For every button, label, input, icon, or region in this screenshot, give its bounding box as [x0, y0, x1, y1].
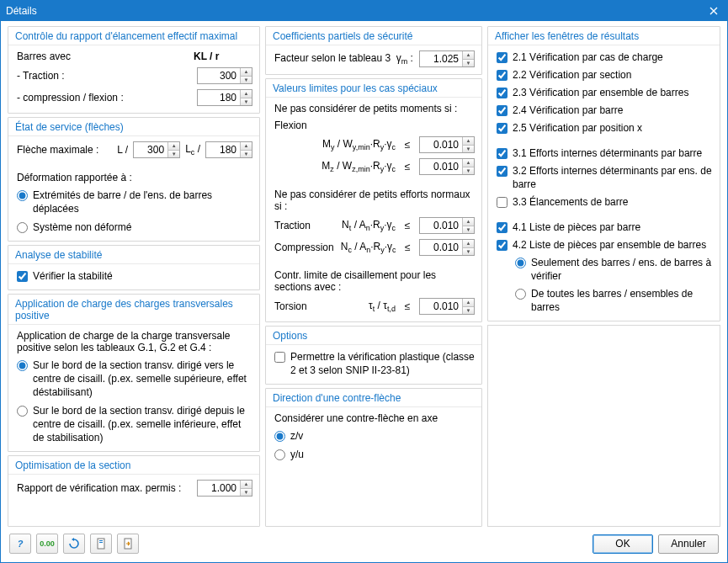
radio-deform-2[interactable]: Système non déformé	[17, 220, 252, 234]
radio-load-1[interactable]: Sur le bord de la section transv. dirigé…	[17, 359, 252, 399]
checkbox-input[interactable]	[497, 197, 507, 208]
Lc-spinner[interactable]: ▲▼	[205, 141, 252, 158]
gamma-spinner[interactable]: ▲▼	[419, 50, 475, 67]
checkbox-input[interactable]	[274, 352, 285, 363]
spin-up-icon[interactable]: ▲	[241, 142, 252, 151]
spin-down-icon[interactable]: ▼	[241, 98, 252, 106]
check-22[interactable]: 2.2 Vérification par section	[497, 68, 713, 82]
radio-camber-yu[interactable]: y/u	[274, 448, 475, 461]
radio-all-members[interactable]: De toutes les barres / ensembles de barr…	[515, 287, 713, 314]
mz-input[interactable]	[420, 159, 462, 174]
tool-5-button[interactable]	[117, 534, 139, 554]
checkbox-input[interactable]	[497, 105, 507, 116]
spin-up-icon[interactable]: ▲	[463, 51, 474, 60]
tau-input[interactable]	[420, 299, 462, 314]
checkbox-input[interactable]	[497, 148, 507, 159]
radio-input[interactable]	[17, 222, 28, 233]
mz-spinner[interactable]: ▲▼	[419, 158, 475, 175]
window-title: Détails	[6, 5, 37, 17]
spin-down-icon[interactable]: ▼	[463, 146, 474, 153]
check-31[interactable]: 3.1 Efforts internes déterminants par ba…	[497, 146, 713, 160]
spin-up-icon[interactable]: ▲	[241, 481, 252, 489]
radio-input[interactable]	[515, 258, 526, 268]
traction-spinner[interactable]: ▲▼	[197, 67, 252, 84]
nc-spinner[interactable]: ▲▼	[419, 239, 475, 256]
spin-down-icon[interactable]: ▼	[168, 151, 179, 158]
checkbox-input[interactable]	[497, 88, 507, 98]
radio-input[interactable]	[17, 360, 28, 371]
check-23[interactable]: 2.3 Vérification par ensemble de barres	[497, 86, 713, 99]
group-header: Application de charge des charges transv…	[8, 295, 259, 325]
checkbox-input[interactable]	[497, 123, 507, 134]
check-21[interactable]: 2.1 Vérification par cas de charge	[497, 50, 713, 64]
radio-input[interactable]	[274, 431, 285, 442]
spin-down-icon[interactable]: ▼	[463, 60, 474, 67]
cancel-button[interactable]: Annuler	[658, 534, 719, 554]
spin-up-icon[interactable]: ▲	[463, 159, 474, 167]
gamma-input[interactable]	[420, 51, 462, 66]
help-button[interactable]: ?	[9, 534, 31, 554]
radio-input[interactable]	[17, 190, 28, 201]
traction-input[interactable]	[198, 68, 240, 83]
check-plastic[interactable]: Permettre la vérification plastique (cla…	[274, 350, 475, 377]
radio-load-2[interactable]: Sur le bord de la section transv. dirigé…	[17, 404, 252, 444]
check-42[interactable]: 4.2 Liste de pièces par ensemble de barr…	[497, 238, 713, 252]
check-33[interactable]: 3.3 Élancements de barre	[497, 195, 713, 209]
checkbox-input[interactable]	[497, 166, 507, 177]
checkbox-input[interactable]	[497, 240, 507, 251]
label-compflex: - compression / flexion :	[17, 92, 192, 104]
spin-up-icon[interactable]: ▲	[463, 240, 474, 248]
spin-up-icon[interactable]: ▲	[241, 90, 252, 98]
check-32[interactable]: 3.2 Efforts internes déterminants par en…	[497, 164, 713, 191]
Lc-input[interactable]	[206, 142, 240, 157]
spin-down-icon[interactable]: ▼	[463, 167, 474, 175]
tool-4-button[interactable]	[90, 534, 112, 554]
close-button[interactable]	[705, 3, 722, 19]
tau-spinner[interactable]: ▲▼	[419, 298, 475, 315]
checkbox-input[interactable]	[17, 271, 28, 282]
radio-deform-1[interactable]: Extrémités de barre / de l'ens. de barre…	[17, 189, 252, 215]
my-spinner[interactable]: ▲▼	[419, 136, 475, 153]
nt-input[interactable]	[420, 218, 462, 233]
ratio-spinner[interactable]: ▲▼	[197, 480, 252, 497]
check-41[interactable]: 4.1 Liste de pièces par barre	[497, 220, 713, 234]
radio-label: Sur le bord de la section transv. dirigé…	[33, 359, 252, 399]
L-input[interactable]	[134, 142, 167, 157]
spin-up-icon[interactable]: ▲	[463, 218, 474, 226]
reset-button[interactable]	[63, 534, 85, 554]
nt-spinner[interactable]: ▲▼	[419, 217, 475, 234]
radio-camber-zv[interactable]: z/v	[274, 429, 475, 443]
nc-input[interactable]	[420, 240, 462, 255]
ok-button[interactable]: OK	[592, 534, 653, 554]
svg-rect-2	[99, 542, 103, 543]
spin-down-icon[interactable]: ▼	[241, 151, 252, 158]
spin-up-icon[interactable]: ▲	[241, 68, 252, 77]
check-stability[interactable]: Vérifier la stabilité	[17, 269, 252, 283]
spin-up-icon[interactable]: ▲	[168, 142, 179, 151]
compflex-spinner[interactable]: ▲▼	[197, 89, 252, 106]
radio-label: De toutes les barres / ensembles de barr…	[531, 287, 713, 314]
check-25[interactable]: 2.5 Vérification par position x	[497, 121, 713, 135]
units-button[interactable]: 0.00	[36, 534, 58, 554]
spin-down-icon[interactable]: ▼	[463, 307, 474, 315]
document-arrow-icon	[122, 538, 134, 550]
radio-only-verify[interactable]: Seulement des barres / ens. de barres à …	[515, 256, 713, 283]
checkbox-input[interactable]	[497, 70, 507, 81]
label-flexion: Flexion	[274, 120, 475, 131]
spin-down-icon[interactable]: ▼	[241, 489, 252, 497]
check-24[interactable]: 2.4 Vérification par barre	[497, 104, 713, 117]
compflex-input[interactable]	[198, 90, 240, 105]
checkbox-input[interactable]	[497, 52, 507, 63]
spin-up-icon[interactable]: ▲	[463, 299, 474, 307]
my-input[interactable]	[420, 137, 462, 152]
radio-input[interactable]	[274, 449, 285, 460]
radio-input[interactable]	[17, 406, 28, 417]
spin-down-icon[interactable]: ▼	[241, 77, 252, 84]
spin-down-icon[interactable]: ▼	[463, 226, 474, 234]
spin-down-icon[interactable]: ▼	[463, 248, 474, 256]
checkbox-input[interactable]	[497, 222, 507, 233]
L-spinner[interactable]: ▲▼	[133, 141, 180, 158]
spin-up-icon[interactable]: ▲	[463, 137, 474, 146]
radio-input[interactable]	[515, 289, 526, 300]
ratio-input[interactable]	[198, 481, 240, 496]
